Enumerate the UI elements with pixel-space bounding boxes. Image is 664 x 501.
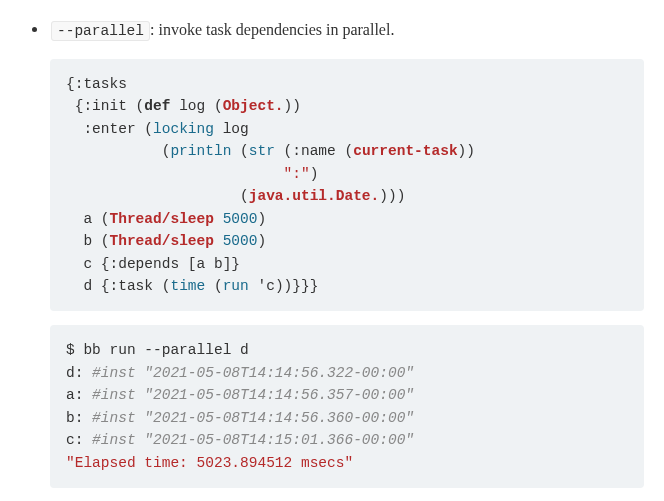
code-token: #inst "2021-05-08T14:15:01.366-00:00"	[92, 432, 414, 448]
code-token: run	[223, 278, 249, 294]
code-token: [a b]}	[179, 256, 240, 272]
code-token	[66, 166, 284, 182]
code-token: str	[249, 143, 275, 159]
code-token: ))	[284, 98, 301, 114]
code-token: println	[170, 143, 231, 159]
code-token: (	[127, 98, 144, 114]
code-token: c:	[66, 432, 92, 448]
code-token: ))	[458, 143, 475, 159]
code-token: :name	[292, 143, 336, 159]
bullet-text: --parallel: invoke task dependencies in …	[51, 18, 394, 43]
code-token: d {	[66, 278, 110, 294]
code-token: Object.	[223, 98, 284, 114]
code-token: #inst "2021-05-08T14:14:56.357-00:00"	[92, 387, 414, 403]
code-token: :depends	[110, 256, 180, 272]
code-token: b (	[66, 233, 110, 249]
code-token: def	[144, 98, 170, 114]
bullet-description: : invoke task dependencies in parallel.	[150, 21, 394, 38]
code-token: :init	[83, 98, 127, 114]
code-token: Thread/sleep	[110, 233, 214, 249]
code-token: log	[214, 121, 249, 137]
code-token: $ bb run --parallel d	[66, 342, 249, 358]
code-token: d:	[66, 365, 92, 381]
code-token: java.util.Date.	[249, 188, 380, 204]
code-token: current-task	[353, 143, 457, 159]
bullet-item: --parallel: invoke task dependencies in …	[32, 18, 644, 43]
code-token: :task	[110, 278, 154, 294]
code-token: "Elapsed time: 5023.894512 msecs"	[66, 455, 353, 471]
code-token: 5000	[223, 211, 258, 227]
code-token: time	[170, 278, 205, 294]
code-token: locking	[153, 121, 214, 137]
code-token: )	[257, 211, 266, 227]
code-token: (	[205, 278, 222, 294]
code-token: (	[275, 143, 292, 159]
code-token: (	[66, 143, 170, 159]
code-token: (	[153, 278, 170, 294]
code-token: 5000	[223, 233, 258, 249]
code-token: ":"	[284, 166, 310, 182]
code-token: 'c	[257, 278, 274, 294]
code-token	[214, 211, 223, 227]
code-token: b:	[66, 410, 92, 426]
code-token: Thread/sleep	[110, 211, 214, 227]
code-token: :enter	[83, 121, 135, 137]
code-token	[66, 121, 83, 137]
code-token	[214, 233, 223, 249]
code-token: c {	[66, 256, 110, 272]
code-token: a (	[66, 211, 110, 227]
option-code: --parallel	[51, 21, 150, 41]
code-token: ))}}}	[275, 278, 319, 294]
code-token: )	[257, 233, 266, 249]
code-token: (	[336, 143, 353, 159]
code-block-shell: $ bb run --parallel d d: #inst "2021-05-…	[50, 325, 644, 488]
code-token: :tasks	[75, 76, 127, 92]
code-token: #inst "2021-05-08T14:14:56.360-00:00"	[92, 410, 414, 426]
bullet-marker	[32, 27, 37, 32]
code-token: (	[136, 121, 153, 137]
code-token: #inst "2021-05-08T14:14:56.322-00:00"	[92, 365, 414, 381]
code-token: )))	[379, 188, 405, 204]
code-token: )	[310, 166, 319, 182]
code-token: (	[66, 188, 249, 204]
code-token: (	[231, 143, 248, 159]
code-token: {	[66, 76, 75, 92]
code-token: {	[66, 98, 83, 114]
code-token: log (	[170, 98, 222, 114]
code-block-clojure: {:tasks {:init (def log (Object.)) :ente…	[50, 59, 644, 312]
code-token: a:	[66, 387, 92, 403]
